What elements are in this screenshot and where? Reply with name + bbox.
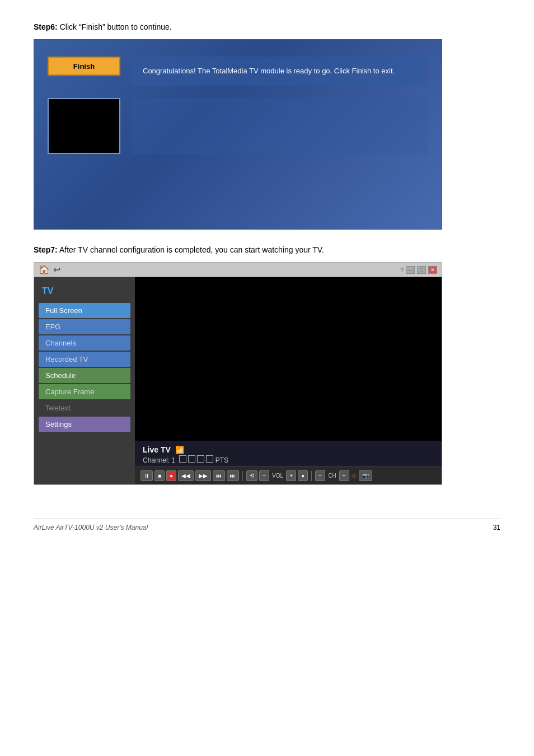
snapshot-button[interactable]: 📷 — [359, 470, 372, 481]
step6-label: Step6: — [34, 22, 58, 31]
vol-label: VOL — [271, 473, 284, 479]
channel-row: Channel: 1 PTS — [143, 455, 434, 464]
tv-main-area: Live TV 📶 Channel: 1 PTS ⏸ ■ — [135, 277, 442, 484]
sidebar-item-channels[interactable]: Channels — [39, 335, 130, 351]
ctrl-separator-1 — [242, 471, 243, 481]
wizard-bottom-row — [48, 98, 428, 154]
tv-titlebar: 🏠 ↩ ? — □ ✕ — [34, 263, 442, 277]
step7-text: After TV channel configuration is comple… — [58, 245, 324, 254]
tv-app-body: TV Full Screen EPG Channels Recorded TV … — [34, 277, 442, 484]
sidebar-item-teletext: Teletext — [39, 400, 130, 416]
titlebar-right: ? — □ ✕ — [400, 266, 437, 274]
manual-title: AirLive AirTV-1000U v2 User's Manual — [34, 524, 148, 531]
home-icon: 🏠 — [39, 264, 50, 275]
ch-sq-3 — [197, 455, 204, 463]
close-button[interactable]: ✕ — [428, 266, 437, 274]
next-button[interactable]: ⏭ — [227, 470, 239, 481]
back-icon: ↩ — [53, 264, 60, 275]
step6-paragraph: Step6: Click “Finish” button to continue… — [34, 22, 500, 31]
stop-button[interactable]: ■ — [154, 470, 165, 481]
wizard-bottom-right — [132, 98, 428, 154]
sidebar-item-schedule[interactable]: Schedule — [39, 368, 130, 383]
tv-app-screenshot: 🏠 ↩ ? — □ ✕ TV Full Screen EPG Channels … — [34, 262, 442, 485]
tv-sidebar: TV Full Screen EPG Channels Recorded TV … — [34, 277, 135, 484]
live-tv-label: Live TV — [143, 445, 171, 454]
wizard-congrats-box: Congratulations! The TotalMedia TV modul… — [132, 57, 428, 86]
wizard-thumbnail — [48, 98, 120, 154]
step6-text: Click “Finish” button to continue. — [58, 22, 172, 31]
maximize-button[interactable]: □ — [417, 266, 426, 274]
finish-button[interactable]: Finish — [48, 57, 120, 76]
favorite-icon: ☆ — [351, 472, 357, 480]
wizard-screenshot: Finish Congratulations! The TotalMedia T… — [34, 39, 442, 230]
signal-icon: 📶 — [175, 446, 184, 454]
minimize-button[interactable]: — — [406, 266, 415, 274]
ch-sq-1 — [179, 455, 186, 463]
step7-paragraph: Step7: After TV channel configuration is… — [34, 245, 500, 254]
live-tv-row: Live TV 📶 — [143, 445, 434, 454]
wizard-top-row: Finish Congratulations! The TotalMedia T… — [48, 57, 428, 86]
congrats-text: Congratulations! The TotalMedia TV modul… — [143, 67, 395, 75]
vol-up-button[interactable]: + — [286, 470, 296, 481]
pts-label: PTS — [216, 456, 228, 464]
fastforward-button[interactable]: ▶▶ — [195, 470, 211, 481]
ch-up-button[interactable]: + — [339, 470, 349, 481]
vol-down-button[interactable]: − — [259, 470, 269, 481]
tv-app-title: TV — [34, 283, 135, 302]
step7-label: Step7: — [34, 245, 58, 254]
mute-button[interactable]: ● — [298, 470, 308, 481]
tv-controls: ⏸ ■ ● ◀◀ ▶▶ ⏮ ⏭ ⟲ − VOL + ● − CH + ☆ 📷 — [135, 466, 442, 484]
pause-button[interactable]: ⏸ — [140, 470, 153, 481]
ch-label: CH — [327, 473, 337, 479]
repeat-button[interactable]: ⟲ — [246, 470, 257, 481]
tv-video-area — [135, 277, 442, 441]
footer: AirLive AirTV-1000U v2 User's Manual 31 — [34, 519, 500, 531]
sidebar-item-capture-frame[interactable]: Capture Frame — [39, 384, 130, 399]
help-icon: ? — [400, 267, 404, 273]
tv-info-bar: Live TV 📶 Channel: 1 PTS — [135, 441, 442, 466]
titlebar-left: 🏠 ↩ — [39, 264, 60, 275]
sidebar-item-settings[interactable]: Settings — [39, 417, 130, 432]
ch-down-button[interactable]: − — [315, 470, 325, 481]
prev-button[interactable]: ⏮ — [213, 470, 225, 481]
ch-sq-4 — [206, 455, 213, 463]
channel-squares — [179, 455, 213, 463]
page-number: 31 — [493, 524, 500, 531]
channel-label: Channel: 1 — [143, 456, 175, 464]
ch-sq-2 — [188, 455, 195, 463]
record-button[interactable]: ● — [166, 470, 176, 481]
sidebar-item-epg[interactable]: EPG — [39, 319, 130, 334]
ctrl-separator-2 — [311, 471, 312, 481]
rewind-button[interactable]: ◀◀ — [178, 470, 194, 481]
sidebar-item-recorded-tv[interactable]: Recorded TV — [39, 352, 130, 367]
sidebar-item-fullscreen[interactable]: Full Screen — [39, 303, 130, 318]
